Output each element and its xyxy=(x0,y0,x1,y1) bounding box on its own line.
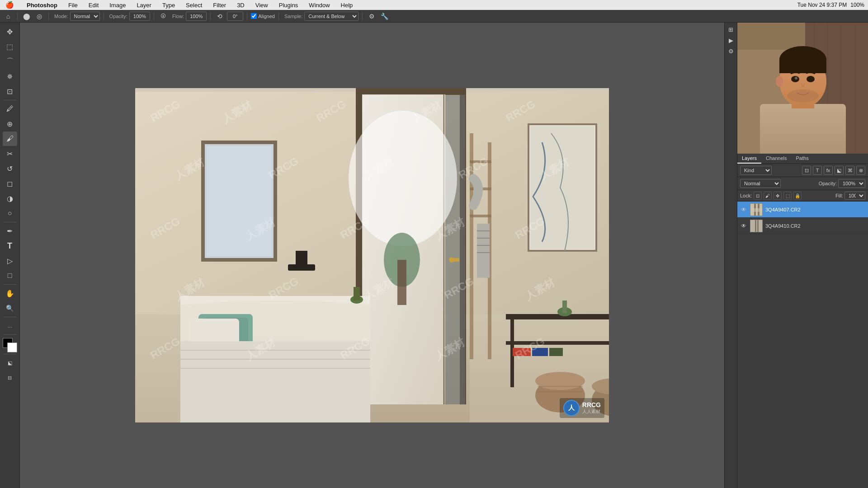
svg-rect-52 xyxy=(470,133,473,359)
tool-brush[interactable]: 🖌 xyxy=(3,131,17,146)
svg-rect-18 xyxy=(397,260,406,305)
svg-rect-70 xyxy=(760,104,846,154)
rrcg-sub-text: 人人素材 xyxy=(582,408,601,415)
tool-eyedropper[interactable]: 🖉 xyxy=(3,102,17,116)
layer-thumbnail-1 xyxy=(750,203,763,216)
flow-input[interactable] xyxy=(186,12,207,21)
separator3 xyxy=(104,12,104,20)
layers-fx-btn[interactable]: fx xyxy=(824,166,833,175)
layers-smart-btn[interactable]: ⌘ xyxy=(845,166,854,175)
brush-options-button[interactable]: 🔧 xyxy=(379,11,390,22)
tool-spot-heal[interactable]: ⊕ xyxy=(3,117,17,131)
layer-item-2[interactable]: 👁 3Q4A9410.CR2 xyxy=(737,218,868,234)
quick-mask-button[interactable]: ⬕ xyxy=(3,356,17,370)
svg-rect-32 xyxy=(513,348,531,356)
home-button[interactable]: ⌂ xyxy=(3,11,14,22)
separator8 xyxy=(362,12,363,20)
separator xyxy=(17,12,18,20)
tool-zoom[interactable]: 🔍 xyxy=(3,301,17,315)
layer-item-1[interactable]: 👁 3Q4A9407.CR2 xyxy=(737,202,868,218)
layers-filter-btn[interactable]: ⊡ xyxy=(802,166,811,175)
separator5 xyxy=(210,12,211,20)
extra-button[interactable]: ⚙ xyxy=(366,11,377,22)
brush-preset-button[interactable]: ⬤ xyxy=(21,11,32,22)
menu-window[interactable]: Window xyxy=(307,2,331,9)
layers-close-filter-btn[interactable]: ⊗ xyxy=(856,166,865,175)
background-color[interactable] xyxy=(7,343,17,352)
menu-edit[interactable]: Edit xyxy=(87,2,100,9)
app-name: Photoshop xyxy=(25,2,59,9)
panel-play[interactable]: ▶ xyxy=(726,35,736,45)
menu-image[interactable]: Image xyxy=(108,2,127,9)
tool-crop[interactable]: ⊡ xyxy=(3,84,17,99)
tool-separator-1 xyxy=(4,100,16,100)
layer-thumbnail-2 xyxy=(750,220,763,232)
tab-paths[interactable]: Paths xyxy=(792,154,813,164)
svg-rect-8 xyxy=(356,88,466,94)
menu-type[interactable]: Type xyxy=(160,2,177,9)
tool-marquee[interactable]: ⬚ xyxy=(3,39,17,54)
layers-adjust-btn[interactable]: T xyxy=(813,166,822,175)
opacity-value-input[interactable]: 100% xyxy=(838,179,865,188)
tool-magic-wand[interactable]: ✵ xyxy=(3,69,17,84)
layer-visibility-2[interactable]: 👁 xyxy=(740,222,747,230)
menu-bar: 🍎 Photoshop File Edit Image Layer Type S… xyxy=(0,0,868,10)
tool-blur[interactable]: ○ xyxy=(3,206,17,221)
svg-point-16 xyxy=(349,111,457,246)
fill-control: Fill: 100% xyxy=(835,192,865,200)
menu-layer[interactable]: Layer xyxy=(135,2,153,9)
tool-pen[interactable]: ✒ xyxy=(3,224,17,238)
tool-clone[interactable]: ✂ xyxy=(3,146,17,161)
fill-value-input[interactable]: 100% xyxy=(844,192,865,200)
aligned-checkbox[interactable] xyxy=(251,13,257,19)
aligned-label[interactable]: Aligned xyxy=(251,13,275,19)
screen-mode-button[interactable]: ⊟ xyxy=(3,371,17,385)
menu-right: Tue Nov 24 9:37 PM 100% xyxy=(797,2,864,8)
tool-eraser[interactable]: ◻ xyxy=(3,176,17,191)
menu-3d[interactable]: 3D xyxy=(235,2,246,9)
angle-input[interactable] xyxy=(227,12,243,21)
layers-mask-btn[interactable]: ⬕ xyxy=(835,166,844,175)
extra-tools[interactable]: … xyxy=(3,319,17,333)
tool-move[interactable]: ✥ xyxy=(3,24,17,39)
opacity-input[interactable] xyxy=(129,12,150,21)
blend-mode-select[interactable]: Normal xyxy=(740,179,781,188)
menu-filter[interactable]: Filter xyxy=(211,2,228,9)
lock-all-btn[interactable]: 🔒 xyxy=(793,192,802,200)
menu-view[interactable]: View xyxy=(254,2,270,9)
tool-lasso[interactable]: ⌒ xyxy=(3,54,17,69)
tool-shape[interactable]: □ xyxy=(3,268,17,283)
apple-menu[interactable]: 🍎 xyxy=(4,1,16,9)
angle-button[interactable]: ⟲ xyxy=(214,11,225,22)
sample-select[interactable]: Current & Below xyxy=(304,12,359,21)
panel-toggle-top[interactable]: ⊞ xyxy=(726,24,736,34)
canvas-image[interactable]: RRCG 人素材 RRCG 人素材 RRCG 人素材 RRCG 人素材 RRCG… xyxy=(135,88,609,422)
lock-artboard-btn[interactable]: ⬚ xyxy=(783,192,792,200)
separator2 xyxy=(48,12,49,20)
tab-layers[interactable]: Layers xyxy=(737,154,761,164)
right-mini-panel: ⊞ ▶ ⚙ xyxy=(724,23,737,488)
tool-gradient[interactable]: ◑ xyxy=(3,191,17,206)
lock-pixels-btn[interactable]: 🖌 xyxy=(764,192,772,200)
tool-history-brush[interactable]: ↺ xyxy=(3,161,17,176)
lock-position-btn[interactable]: ✥ xyxy=(774,192,782,200)
tool-path-selection[interactable]: ▷ xyxy=(3,253,17,268)
menu-select[interactable]: Select xyxy=(184,2,204,9)
svg-rect-34 xyxy=(549,348,563,356)
svg-rect-86 xyxy=(757,220,759,232)
tool-hand[interactable]: ✋ xyxy=(3,286,17,300)
brush-size-button[interactable]: ◎ xyxy=(34,11,45,22)
menu-help[interactable]: Help xyxy=(339,2,355,9)
flow-label: Flow: xyxy=(172,14,184,19)
layer-visibility-1[interactable]: 👁 xyxy=(740,206,747,213)
lock-transparent-btn[interactable]: ⊡ xyxy=(754,192,762,200)
menu-plugins[interactable]: Plugins xyxy=(277,2,300,9)
color-picker[interactable] xyxy=(3,338,17,352)
mode-select[interactable]: Normal xyxy=(70,12,100,21)
tool-text[interactable]: T xyxy=(3,239,17,253)
tab-channels[interactable]: Channels xyxy=(761,154,791,164)
panel-settings[interactable]: ⚙ xyxy=(726,46,736,56)
layers-kind-select[interactable]: Kind xyxy=(740,166,772,175)
airbrush-button[interactable]: ⦿ xyxy=(158,11,169,22)
menu-file[interactable]: File xyxy=(66,2,80,9)
